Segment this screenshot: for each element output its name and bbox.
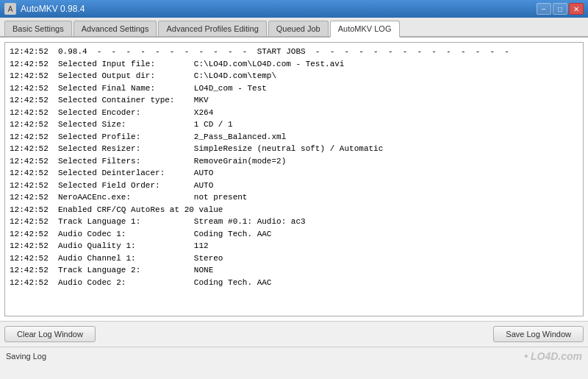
tab-advanced-settings[interactable]: Advanced Settings xyxy=(74,21,157,36)
log-area-wrapper xyxy=(4,42,584,316)
tab-advanced-profiles[interactable]: Advanced Profiles Editing xyxy=(158,21,266,36)
minimize-button[interactable]: − xyxy=(537,3,551,15)
app-icon: A xyxy=(4,3,16,15)
status-bar: Saving Log • LO4D.com xyxy=(0,347,588,364)
tab-queued-job[interactable]: Queued Job xyxy=(268,21,329,36)
window-title: AutoMKV 0.98.4 xyxy=(21,4,85,14)
watermark: • LO4D.com xyxy=(524,350,582,362)
save-log-button[interactable]: Save Log Window xyxy=(493,326,584,342)
close-button[interactable]: ✕ xyxy=(569,3,584,15)
window-controls: − □ ✕ xyxy=(537,3,584,15)
log-textarea[interactable] xyxy=(5,43,583,316)
maximize-button[interactable]: □ xyxy=(553,3,567,15)
tab-basic-settings[interactable]: Basic Settings xyxy=(4,21,72,36)
status-text: Saving Log xyxy=(6,352,46,361)
main-content xyxy=(0,38,588,321)
clear-log-button[interactable]: Clear Log Window xyxy=(4,326,96,342)
button-bar: Clear Log Window Save Log Window xyxy=(0,321,588,347)
title-bar: A AutoMKV 0.98.4 − □ ✕ xyxy=(0,0,588,18)
tab-automkv-log[interactable]: AutoMKV LOG xyxy=(330,21,400,38)
title-bar-left: A AutoMKV 0.98.4 xyxy=(4,3,85,15)
tabs-bar: Basic Settings Advanced Settings Advance… xyxy=(0,18,588,38)
